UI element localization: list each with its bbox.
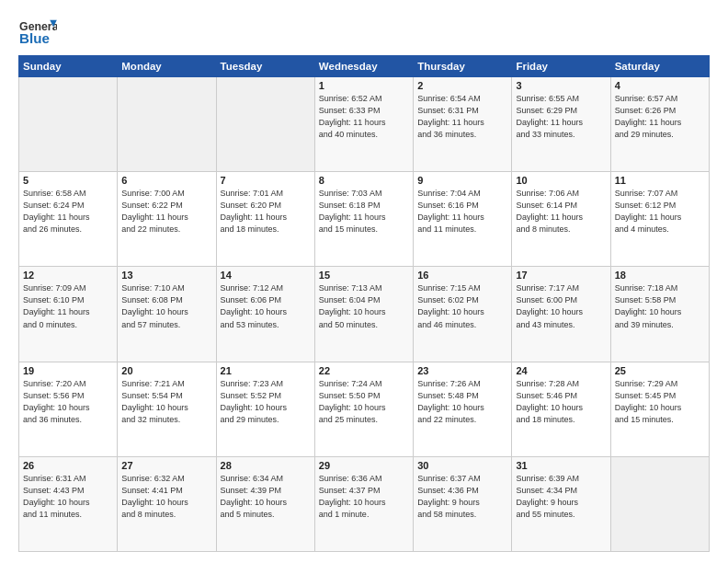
- day-number: 6: [121, 175, 211, 186]
- calendar-cell: 1Sunrise: 6:52 AM Sunset: 6:33 PM Daylig…: [314, 77, 413, 172]
- day-info: Sunrise: 6:36 AM Sunset: 4:37 PM Dayligh…: [319, 473, 409, 521]
- day-info: Sunrise: 7:06 AM Sunset: 6:14 PM Dayligh…: [516, 188, 606, 236]
- calendar-cell: [118, 77, 216, 172]
- day-number: 16: [417, 270, 507, 281]
- day-info: Sunrise: 6:32 AM Sunset: 4:41 PM Dayligh…: [121, 473, 211, 521]
- day-number: 1: [319, 80, 409, 91]
- day-number: 11: [615, 175, 705, 186]
- day-info: Sunrise: 7:13 AM Sunset: 6:04 PM Dayligh…: [319, 282, 409, 330]
- calendar-cell: 9Sunrise: 7:04 AM Sunset: 6:16 PM Daylig…: [414, 172, 512, 267]
- calendar: SundayMondayTuesdayWednesdayThursdayFrid…: [18, 55, 710, 552]
- day-info: Sunrise: 6:52 AM Sunset: 6:33 PM Dayligh…: [319, 93, 409, 141]
- calendar-cell: 27Sunrise: 6:32 AM Sunset: 4:41 PM Dayli…: [118, 456, 216, 551]
- day-info: Sunrise: 7:17 AM Sunset: 6:00 PM Dayligh…: [516, 282, 606, 330]
- calendar-cell: 14Sunrise: 7:12 AM Sunset: 6:06 PM Dayli…: [216, 267, 314, 362]
- day-number: 31: [516, 460, 606, 471]
- svg-text:Blue: Blue: [19, 30, 50, 46]
- weekday-header-monday: Monday: [118, 56, 216, 77]
- day-number: 7: [221, 175, 311, 186]
- calendar-cell: [216, 77, 314, 172]
- calendar-cell: 4Sunrise: 6:57 AM Sunset: 6:26 PM Daylig…: [610, 77, 709, 172]
- calendar-cell: 29Sunrise: 6:36 AM Sunset: 4:37 PM Dayli…: [314, 456, 413, 551]
- day-number: 20: [121, 365, 211, 376]
- calendar-cell: 2Sunrise: 6:54 AM Sunset: 6:31 PM Daylig…: [414, 77, 512, 172]
- calendar-cell: 16Sunrise: 7:15 AM Sunset: 6:02 PM Dayli…: [414, 267, 512, 362]
- day-info: Sunrise: 7:12 AM Sunset: 6:06 PM Dayligh…: [221, 282, 311, 330]
- calendar-cell: 22Sunrise: 7:24 AM Sunset: 5:50 PM Dayli…: [314, 362, 413, 456]
- day-number: 22: [319, 365, 409, 376]
- day-number: 5: [23, 175, 113, 186]
- day-info: Sunrise: 7:15 AM Sunset: 6:02 PM Dayligh…: [417, 282, 507, 330]
- day-number: 14: [221, 270, 311, 281]
- page: General Blue SundayMondayTuesdayWednesda…: [0, 0, 728, 563]
- calendar-cell: 8Sunrise: 7:03 AM Sunset: 6:18 PM Daylig…: [314, 172, 413, 267]
- weekday-header-row: SundayMondayTuesdayWednesdayThursdayFrid…: [19, 56, 710, 77]
- calendar-cell: 13Sunrise: 7:10 AM Sunset: 6:08 PM Dayli…: [118, 267, 216, 362]
- calendar-cell: 24Sunrise: 7:28 AM Sunset: 5:46 PM Dayli…: [512, 362, 610, 456]
- day-number: 29: [319, 460, 409, 471]
- day-number: 17: [516, 270, 606, 281]
- calendar-cell: 15Sunrise: 7:13 AM Sunset: 6:04 PM Dayli…: [314, 267, 413, 362]
- calendar-week-3: 12Sunrise: 7:09 AM Sunset: 6:10 PM Dayli…: [19, 267, 710, 362]
- calendar-cell: 6Sunrise: 7:00 AM Sunset: 6:22 PM Daylig…: [118, 172, 216, 267]
- day-number: 9: [417, 175, 507, 186]
- day-info: Sunrise: 7:24 AM Sunset: 5:50 PM Dayligh…: [319, 378, 409, 426]
- day-info: Sunrise: 7:03 AM Sunset: 6:18 PM Dayligh…: [319, 188, 409, 236]
- day-number: 27: [121, 460, 211, 471]
- calendar-cell: [19, 77, 118, 172]
- day-number: 19: [23, 365, 113, 376]
- day-number: 28: [221, 460, 311, 471]
- day-number: 24: [516, 365, 606, 376]
- header: General Blue: [18, 17, 710, 50]
- day-number: 4: [615, 80, 705, 91]
- calendar-week-4: 19Sunrise: 7:20 AM Sunset: 5:56 PM Dayli…: [19, 362, 710, 456]
- day-number: 30: [417, 460, 507, 471]
- calendar-cell: 7Sunrise: 7:01 AM Sunset: 6:20 PM Daylig…: [216, 172, 314, 267]
- day-info: Sunrise: 6:31 AM Sunset: 4:43 PM Dayligh…: [23, 473, 113, 521]
- day-number: 10: [516, 175, 606, 186]
- weekday-header-thursday: Thursday: [414, 56, 512, 77]
- day-number: 12: [23, 270, 113, 281]
- calendar-cell: 30Sunrise: 6:37 AM Sunset: 4:36 PM Dayli…: [414, 456, 512, 551]
- calendar-cell: 5Sunrise: 6:58 AM Sunset: 6:24 PM Daylig…: [19, 172, 118, 267]
- day-info: Sunrise: 7:00 AM Sunset: 6:22 PM Dayligh…: [121, 188, 211, 236]
- weekday-header-wednesday: Wednesday: [314, 56, 413, 77]
- day-number: 13: [121, 270, 211, 281]
- day-number: 25: [615, 365, 705, 376]
- calendar-cell: [610, 456, 709, 551]
- calendar-cell: 3Sunrise: 6:55 AM Sunset: 6:29 PM Daylig…: [512, 77, 610, 172]
- weekday-header-saturday: Saturday: [610, 56, 709, 77]
- calendar-week-1: 1Sunrise: 6:52 AM Sunset: 6:33 PM Daylig…: [19, 77, 710, 172]
- day-info: Sunrise: 7:21 AM Sunset: 5:54 PM Dayligh…: [121, 378, 211, 426]
- calendar-week-2: 5Sunrise: 6:58 AM Sunset: 6:24 PM Daylig…: [19, 172, 710, 267]
- calendar-cell: 19Sunrise: 7:20 AM Sunset: 5:56 PM Dayli…: [19, 362, 118, 456]
- calendar-cell: 21Sunrise: 7:23 AM Sunset: 5:52 PM Dayli…: [216, 362, 314, 456]
- calendar-cell: 25Sunrise: 7:29 AM Sunset: 5:45 PM Dayli…: [610, 362, 709, 456]
- calendar-cell: 20Sunrise: 7:21 AM Sunset: 5:54 PM Dayli…: [118, 362, 216, 456]
- calendar-cell: 28Sunrise: 6:34 AM Sunset: 4:39 PM Dayli…: [216, 456, 314, 551]
- day-info: Sunrise: 7:29 AM Sunset: 5:45 PM Dayligh…: [615, 378, 705, 426]
- day-info: Sunrise: 7:23 AM Sunset: 5:52 PM Dayligh…: [221, 378, 311, 426]
- calendar-cell: 23Sunrise: 7:26 AM Sunset: 5:48 PM Dayli…: [414, 362, 512, 456]
- day-info: Sunrise: 7:10 AM Sunset: 6:08 PM Dayligh…: [121, 282, 211, 330]
- day-info: Sunrise: 7:04 AM Sunset: 6:16 PM Dayligh…: [417, 188, 507, 236]
- calendar-cell: 26Sunrise: 6:31 AM Sunset: 4:43 PM Dayli…: [19, 456, 118, 551]
- weekday-header-tuesday: Tuesday: [216, 56, 314, 77]
- calendar-cell: 31Sunrise: 6:39 AM Sunset: 4:34 PM Dayli…: [512, 456, 610, 551]
- day-info: Sunrise: 7:01 AM Sunset: 6:20 PM Dayligh…: [221, 188, 311, 236]
- day-info: Sunrise: 7:20 AM Sunset: 5:56 PM Dayligh…: [23, 378, 113, 426]
- calendar-cell: 11Sunrise: 7:07 AM Sunset: 6:12 PM Dayli…: [610, 172, 709, 267]
- calendar-cell: 12Sunrise: 7:09 AM Sunset: 6:10 PM Dayli…: [19, 267, 118, 362]
- day-number: 18: [615, 270, 705, 281]
- day-info: Sunrise: 6:58 AM Sunset: 6:24 PM Dayligh…: [23, 188, 113, 236]
- day-info: Sunrise: 6:37 AM Sunset: 4:36 PM Dayligh…: [417, 473, 507, 521]
- calendar-week-5: 26Sunrise: 6:31 AM Sunset: 4:43 PM Dayli…: [19, 456, 710, 551]
- day-info: Sunrise: 6:39 AM Sunset: 4:34 PM Dayligh…: [516, 473, 606, 521]
- logo-icon: General Blue: [18, 17, 57, 50]
- day-number: 2: [417, 80, 507, 91]
- weekday-header-sunday: Sunday: [19, 56, 118, 77]
- calendar-cell: 17Sunrise: 7:17 AM Sunset: 6:00 PM Dayli…: [512, 267, 610, 362]
- logo: General Blue: [18, 17, 57, 50]
- day-number: 8: [319, 175, 409, 186]
- day-info: Sunrise: 7:09 AM Sunset: 6:10 PM Dayligh…: [23, 282, 113, 330]
